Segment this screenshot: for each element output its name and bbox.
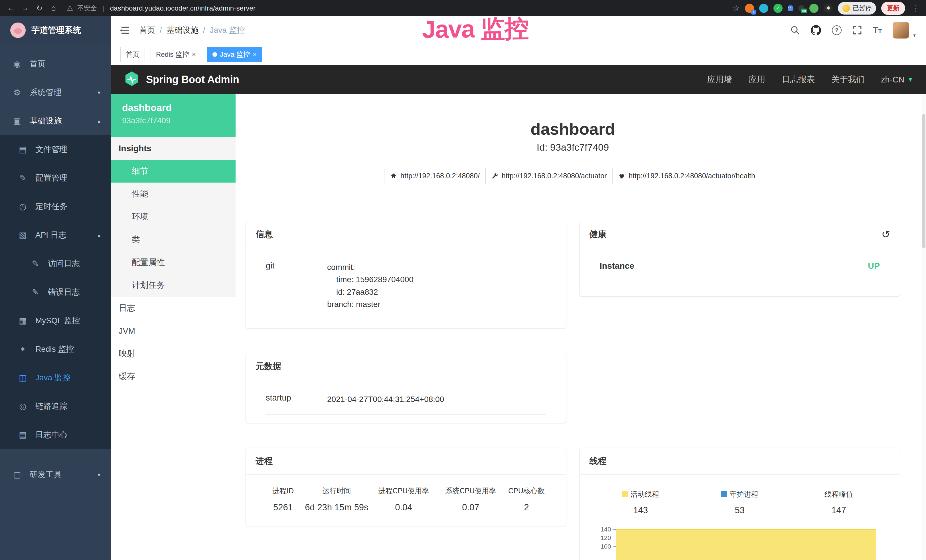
home-icon[interactable]: ⌂: [47, 2, 60, 15]
chevron-down-icon: ▼: [907, 76, 914, 83]
sba-locale-select[interactable]: zh-CN ▼: [881, 75, 914, 85]
dashboard-icon: ◉: [12, 59, 22, 69]
document-icon: ✎: [30, 259, 41, 268]
forward-icon[interactable]: →: [19, 2, 31, 15]
sba-nav-about[interactable]: 关于我们: [831, 74, 864, 85]
extension-icon-grid[interactable]: ∷: [788, 5, 793, 11]
address-bar[interactable]: ⚠ 不安全 | dashboard.yudao.iocoder.cn/infra…: [67, 4, 731, 12]
sba-item-classes[interactable]: 类: [111, 228, 236, 251]
sidebar-item-mysql[interactable]: ▦ MySQL 监控: [0, 306, 111, 335]
metadata-card-title: 元数据: [256, 360, 281, 372]
annotation-text: Java 监控: [422, 12, 528, 46]
sidebar-item-system[interactable]: ⚙ 系统管理 ▾: [0, 78, 111, 107]
sidebar-item-home[interactable]: ◉ 首页: [0, 50, 111, 78]
metadata-card-header: 元数据: [246, 353, 566, 380]
sba-nav-journal[interactable]: 日志报表: [782, 74, 815, 85]
sba-nav-wallboard[interactable]: 应用墙: [707, 74, 732, 85]
instance-title: dashboard: [246, 119, 900, 138]
process-col-header: 进程ID: [263, 486, 303, 495]
sidebar-item-java[interactable]: ◫ Java 监控: [0, 363, 111, 392]
browser-menu-icon[interactable]: ⋮: [910, 4, 921, 13]
legend-blue-swatch: [721, 491, 727, 497]
sidebar-item-infra[interactable]: ▣ 基础设施 ▴: [0, 107, 111, 135]
health-card-body: Instance UP: [580, 248, 900, 296]
extension-icon-green-check[interactable]: ✓: [773, 4, 782, 13]
sba-brand[interactable]: Spring Boot Admin: [124, 71, 239, 88]
sidebar-item-label: 研发工具: [30, 469, 62, 480]
scrollbar-thumb[interactable]: [922, 114, 925, 248]
sba-nav-applications[interactable]: 应用: [749, 74, 765, 85]
health-url-link[interactable]: http://192.168.0.2:48080/actuator/health: [612, 168, 761, 184]
chevron-down-icon: ▾: [98, 89, 100, 96]
sidebar-item-api-log[interactable]: ▧ API 日志 ▴: [0, 221, 111, 249]
tab-redis[interactable]: Redis 监控 ×: [151, 47, 201, 62]
app-shell: 芋道管理系统 ◉ 首页 ⚙ 系统管理 ▾ ▣ 基础设施 ▴ ▤ 文件管理: [0, 16, 926, 560]
sidebar-item-error-log[interactable]: ✎ 错误日志: [0, 278, 111, 306]
bookmark-star-icon[interactable]: ☆: [732, 3, 740, 13]
metadata-row-startup: startup 2021-04-27T00:44:31.254+08:00: [266, 393, 546, 415]
back-icon[interactable]: ←: [5, 2, 17, 15]
header-actions: ? TT ▾: [790, 22, 916, 38]
github-icon[interactable]: [811, 25, 821, 35]
security-label[interactable]: 不安全: [77, 4, 97, 12]
history-icon[interactable]: ↺: [882, 229, 890, 240]
cpu-cores-value: 2: [504, 502, 549, 513]
user-avatar[interactable]: [893, 22, 909, 38]
sidebar-item-file[interactable]: ▤ 文件管理: [0, 135, 111, 164]
sba-nav-links: 应用墙 应用 日志报表 关于我们 zh-CN ▼: [707, 74, 914, 85]
fullscreen-icon[interactable]: [852, 26, 862, 35]
breadcrumb-separator: [160, 26, 162, 35]
chrome-update-button[interactable]: 更新: [881, 2, 905, 15]
service-url-link[interactable]: http://192.168.0.2:48080/: [384, 168, 486, 184]
hamburger-icon[interactable]: [118, 24, 131, 37]
home-icon: [390, 173, 397, 179]
sidebar-item-label: Java 监控: [35, 372, 70, 383]
font-size-icon[interactable]: TT: [873, 25, 882, 35]
extension-icon-paw[interactable]: ✱: [824, 4, 833, 13]
close-icon[interactable]: ×: [192, 50, 196, 59]
extension-icon-blue[interactable]: [759, 4, 768, 13]
extension-icon-orange[interactable]: 1: [745, 4, 754, 13]
process-uptime-value: 6d 23h 15m 59s: [303, 502, 370, 513]
sba-item-caches[interactable]: 缓存: [111, 365, 236, 388]
sba-item-details[interactable]: 细节: [111, 160, 236, 183]
breadcrumb-home[interactable]: 首页: [139, 25, 155, 36]
extension-icon-proxy[interactable]: on: [799, 5, 804, 11]
reload-icon[interactable]: ↻: [33, 2, 45, 15]
sidebar-item-trace[interactable]: ◎ 链路追踪: [0, 392, 111, 421]
metadata-value: 2021-04-27T00:44:31.254+08:00: [327, 393, 444, 406]
health-card-title: 健康: [590, 229, 607, 240]
sba-insights-label: Insights: [111, 137, 236, 160]
sidebar-item-access-log[interactable]: ✎ 访问日志: [0, 249, 111, 278]
close-icon[interactable]: ×: [253, 50, 257, 59]
sba-item-scheduled-tasks[interactable]: 计划任务: [111, 274, 236, 297]
sidebar-item-config[interactable]: ✎ 配置管理: [0, 164, 111, 192]
sidebar-item-job[interactable]: ◷ 定时任务: [0, 192, 111, 221]
tab-home[interactable]: 首页: [120, 47, 145, 62]
sidebar-item-log-center[interactable]: ▤ 日志中心: [0, 421, 111, 449]
breadcrumb-infra[interactable]: 基础设施: [166, 25, 198, 36]
sba-instance-header[interactable]: dashboard 93a3fc7f7409: [111, 94, 236, 137]
content-column: 首页 基础设施 Java 监控 ? TT ▾: [111, 16, 926, 560]
app-logo[interactable]: 芋道管理系统: [0, 16, 111, 44]
sidebar-item-redis[interactable]: ✦ Redis 监控: [0, 335, 111, 363]
sba-item-mappings[interactable]: 映射: [111, 342, 236, 365]
extension-icon-leaf[interactable]: [809, 4, 819, 13]
tab-java[interactable]: Java 监控 ×: [207, 47, 262, 62]
process-col-header: 进程CPU使用率: [370, 486, 437, 495]
actuator-url-link[interactable]: http://192.168.0.2:48080/actuator: [486, 168, 613, 184]
threads-chart-plot: [616, 525, 889, 560]
sba-item-config-props[interactable]: 配置属性: [111, 251, 236, 274]
search-icon[interactable]: [790, 26, 800, 35]
sidebar-item-dev-tools[interactable]: ▢ 研发工具 ▾: [0, 460, 111, 489]
sba-item-jvm[interactable]: JVM: [111, 319, 236, 342]
active-dot: [212, 52, 217, 57]
process-table: 进程ID 运行时间 进程CPU使用率 系统CPU使用率 CPU核心数 5261 …: [263, 486, 549, 513]
sba-item-loggers[interactable]: 日志: [111, 297, 236, 319]
health-card: 健康 ↺ Instance UP: [580, 221, 900, 296]
sba-item-metrics[interactable]: 性能: [111, 183, 236, 206]
help-icon[interactable]: ?: [832, 26, 841, 35]
url-text[interactable]: dashboard.yudao.iocoder.cn/infra/admin-s…: [110, 4, 256, 12]
profile-paused-chip[interactable]: 已暂停: [838, 2, 876, 15]
sba-item-environment[interactable]: 环境: [111, 206, 236, 228]
